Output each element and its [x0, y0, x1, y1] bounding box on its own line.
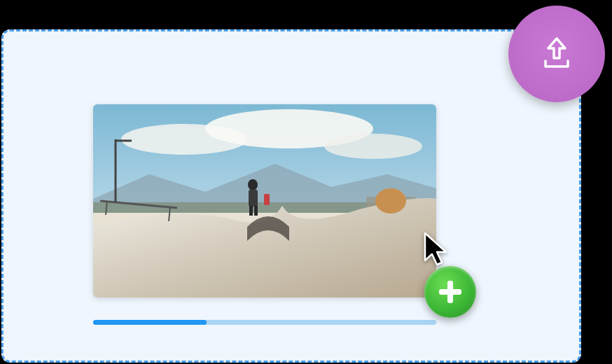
progress-bar[interactable]: [93, 320, 436, 325]
svg-point-17: [375, 188, 406, 214]
svg-rect-19: [439, 289, 461, 295]
plus-icon: [435, 276, 466, 307]
add-button[interactable]: [424, 266, 476, 318]
svg-rect-15: [254, 206, 258, 216]
svg-point-3: [324, 134, 422, 159]
progress-fill: [93, 320, 207, 325]
upload-button[interactable]: [508, 6, 605, 102]
skatepark-scene-icon: [93, 104, 436, 298]
svg-rect-14: [249, 206, 253, 216]
upload-icon: [536, 33, 578, 75]
svg-rect-13: [249, 190, 258, 206]
svg-rect-16: [264, 194, 270, 205]
upload-dropzone-panel[interactable]: [1, 29, 581, 363]
video-thumbnail[interactable]: [93, 104, 436, 298]
svg-point-12: [248, 179, 258, 190]
